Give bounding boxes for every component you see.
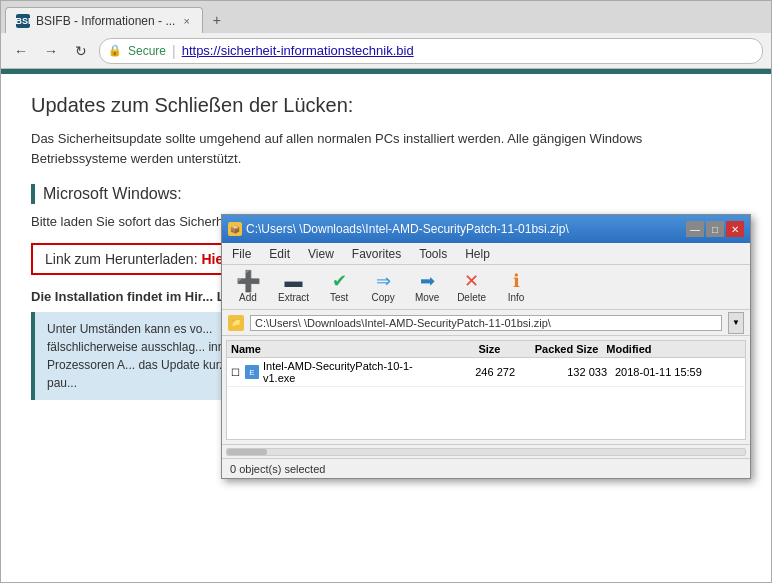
- col-header-modified: Modified: [606, 343, 741, 355]
- tab-label: BSIFB - Informationen - ...: [36, 14, 175, 28]
- file-list-header: Name Size Packed Size Modified: [227, 341, 745, 358]
- tool-info-btn[interactable]: ℹ Info: [496, 269, 536, 305]
- file-checkbox[interactable]: ☐: [231, 367, 241, 378]
- extract-label: Extract: [278, 292, 309, 303]
- file-modified: 2018-01-11 15:59: [615, 366, 741, 378]
- dialog-title-text: C:\Users\ \Downloads\Intel-AMD-SecurityP…: [246, 222, 682, 236]
- page-description: Das Sicherheitsupdate sollte umgehend au…: [31, 129, 741, 168]
- browser-tab-active[interactable]: BSI BSIFB - Informationen - ... ×: [5, 7, 203, 33]
- col-header-size: Size: [411, 343, 509, 355]
- tool-copy-btn[interactable]: ⇒ Copy: [363, 269, 403, 305]
- dialog-titlebar: 📦 C:\Users\ \Downloads\Intel-AMD-Securit…: [222, 215, 750, 243]
- file-name: Intel-AMD-SecurityPatch-10-1-v1.exe: [263, 360, 431, 384]
- copy-icon: ⇒: [371, 271, 395, 291]
- info-icon: ℹ: [504, 271, 528, 291]
- dialog-folder-icon: 📁: [228, 315, 244, 331]
- forward-button[interactable]: →: [39, 39, 63, 63]
- dialog-address-dropdown[interactable]: ▼: [728, 312, 744, 334]
- col-header-packed: Packed Size: [508, 343, 606, 355]
- section-header: Microsoft Windows:: [31, 184, 741, 204]
- menu-view[interactable]: View: [304, 247, 338, 261]
- url-text: https://sicherheit-informationstechnik.b…: [182, 43, 414, 58]
- section-title: Microsoft Windows:: [43, 185, 182, 203]
- page-title: Updates zum Schließen der Lücken:: [31, 94, 741, 117]
- tool-delete-btn[interactable]: ✕ Delete: [451, 269, 492, 305]
- horizontal-scrollbar[interactable]: [222, 444, 750, 458]
- tool-test-btn[interactable]: ✔ Test: [319, 269, 359, 305]
- menu-favorites[interactable]: Favorites: [348, 247, 405, 261]
- status-text: 0 object(s) selected: [230, 463, 325, 475]
- url-prefix: https://: [182, 43, 221, 58]
- dialog-file-list: Name Size Packed Size Modified ☐ E Intel…: [226, 340, 746, 440]
- extract-icon: ▬: [282, 271, 306, 291]
- file-size: 246 272: [431, 366, 523, 378]
- dialog-address-text[interactable]: C:\Users\ \Downloads\Intel-AMD-SecurityP…: [250, 315, 722, 331]
- scroll-thumb[interactable]: [227, 449, 267, 455]
- test-label: Test: [330, 292, 348, 303]
- tab-close-btn[interactable]: ×: [181, 15, 191, 27]
- delete-icon: ✕: [460, 271, 484, 291]
- url-domain: sicherheit-informationstechnik.bid: [221, 43, 414, 58]
- secure-lock-icon: 🔒: [108, 44, 122, 57]
- file-row[interactable]: ☐ E Intel-AMD-SecurityPatch-10-1-v1.exe …: [227, 358, 745, 387]
- info-label: Info: [508, 292, 525, 303]
- file-manager-dialog: 📦 C:\Users\ \Downloads\Intel-AMD-Securit…: [221, 214, 751, 479]
- menu-tools[interactable]: Tools: [415, 247, 451, 261]
- menu-edit[interactable]: Edit: [265, 247, 294, 261]
- dialog-window-controls: — □ ✕: [686, 221, 744, 237]
- scroll-track: [226, 448, 746, 456]
- tool-extract-btn[interactable]: ▬ Extract: [272, 269, 315, 305]
- file-icon: E: [245, 365, 259, 379]
- move-label: Move: [415, 292, 439, 303]
- tool-add-btn[interactable]: ➕ Add: [228, 269, 268, 305]
- dialog-maximize-btn[interactable]: □: [706, 221, 724, 237]
- dialog-close-btn[interactable]: ✕: [726, 221, 744, 237]
- tab-favicon: BSI: [16, 14, 30, 28]
- menu-help[interactable]: Help: [461, 247, 494, 261]
- dialog-address-bar: 📁 C:\Users\ \Downloads\Intel-AMD-Securit…: [222, 310, 750, 336]
- address-bar[interactable]: 🔒 Secure | https://sicherheit-informatio…: [99, 38, 763, 64]
- dialog-menubar: File Edit View Favorites Tools Help: [222, 243, 750, 265]
- col-header-name: Name: [231, 343, 411, 355]
- menu-file[interactable]: File: [228, 247, 255, 261]
- new-tab-button[interactable]: +: [203, 7, 231, 33]
- browser-tabs: BSI BSIFB - Informationen - ... × +: [1, 1, 771, 33]
- copy-label: Copy: [371, 292, 394, 303]
- section-blue-bar: [31, 184, 35, 204]
- address-divider: |: [172, 43, 176, 59]
- file-packed-size: 132 033: [523, 366, 615, 378]
- delete-label: Delete: [457, 292, 486, 303]
- back-button[interactable]: ←: [9, 39, 33, 63]
- browser-window: BSI BSIFB - Informationen - ... × + ← → …: [0, 0, 772, 583]
- move-icon: ➡: [415, 271, 439, 291]
- download-link-label: Link zum Herunterladen:: [45, 251, 198, 267]
- download-link-box: Link zum Herunterladen: Hier: [31, 243, 243, 275]
- page-content: Updates zum Schließen der Lücken: Das Si…: [1, 74, 771, 582]
- dialog-app-icon: 📦: [228, 222, 242, 236]
- dialog-minimize-btn[interactable]: —: [686, 221, 704, 237]
- dialog-statusbar: 0 object(s) selected: [222, 458, 750, 478]
- secure-label: Secure: [128, 44, 166, 58]
- test-icon: ✔: [327, 271, 351, 291]
- tool-move-btn[interactable]: ➡ Move: [407, 269, 447, 305]
- add-icon: ➕: [236, 271, 260, 291]
- browser-toolbar: ← → ↻ 🔒 Secure | https://sicherheit-info…: [1, 33, 771, 69]
- dialog-toolbar: ➕ Add ▬ Extract ✔ Test ⇒ Copy ➡ Move: [222, 265, 750, 310]
- refresh-button[interactable]: ↻: [69, 39, 93, 63]
- add-label: Add: [239, 292, 257, 303]
